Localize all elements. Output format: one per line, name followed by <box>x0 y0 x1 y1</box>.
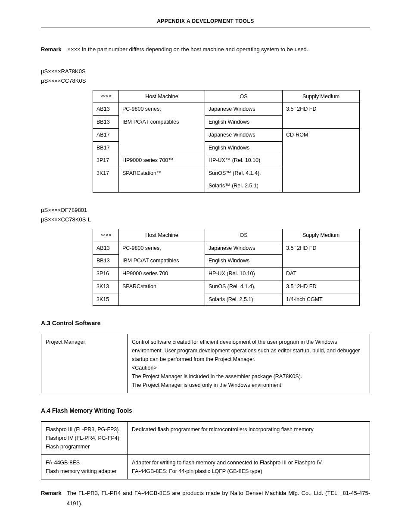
remark-text: The FL-PR3, FL-PR4 and FA-44GB-8ES are p… <box>67 488 370 508</box>
td <box>283 141 360 154</box>
td: English Windows <box>205 255 283 268</box>
code-line: µS××××RA78K0S <box>41 67 370 76</box>
td <box>283 116 360 129</box>
th: Host Machine <box>119 229 205 242</box>
th: Supply Medium <box>283 90 360 103</box>
td: HP-UX (Rel. 10.10) <box>205 268 283 280</box>
td: SPARCstation <box>119 280 205 293</box>
section-a4-heading: A.4 Flash Memory Writing Tools <box>41 406 370 415</box>
td: Japanese Windows <box>205 128 283 141</box>
td: 3P17 <box>93 154 119 167</box>
td <box>283 180 360 192</box>
flash-tools-table: Flashpro III (FL-PR3, PG-FP3)Flashpro IV… <box>41 421 370 479</box>
host-table-1: ×××× Host Machine OS Supply Medium AB13 … <box>93 90 360 193</box>
th: OS <box>205 229 283 242</box>
th: Supply Medium <box>283 229 360 242</box>
remark-1: Remark ×××× in the part number differs d… <box>41 45 370 54</box>
td: English Windows <box>205 116 283 129</box>
td: DAT <box>283 268 360 280</box>
td: 3K13 <box>93 280 119 293</box>
td: AB13 <box>93 103 119 116</box>
td: HP-UX™ (Rel. 10.10) <box>205 154 283 167</box>
td-name: Project Manager <box>41 334 128 393</box>
td <box>93 180 119 192</box>
td-name: Flashpro III (FL-PR3, PG-FP3)Flashpro IV… <box>41 422 128 455</box>
td: BB13 <box>93 255 119 268</box>
th: ×××× <box>93 229 119 242</box>
td: 3.5" 2HD FD <box>283 103 360 116</box>
remark-label: Remark <box>41 46 62 53</box>
td: HP9000 series 700™ <box>119 154 205 167</box>
control-software-table: Project Manager Control software created… <box>41 334 370 393</box>
th: ×××× <box>93 90 119 103</box>
code-line: µS××××CC78K0S <box>41 76 370 86</box>
td: BB13 <box>93 116 119 129</box>
td <box>119 293 205 306</box>
td <box>119 128 205 141</box>
td: CD-ROM <box>283 128 360 141</box>
code-line: µS××××CC78K0S-L <box>41 215 370 224</box>
section-a3-heading: A.3 Control Software <box>41 319 370 328</box>
td: IBM PC/AT compatibles <box>119 255 205 268</box>
td: AB17 <box>93 128 119 141</box>
remark-text: ×××× in the part number differs dependin… <box>67 46 308 53</box>
td: English Windows <box>205 141 283 154</box>
td <box>283 154 360 167</box>
td: 3.5" 2HD FD <box>283 280 360 293</box>
product-codes-a: µS××××RA78K0S µS××××CC78K0S <box>41 67 370 86</box>
td <box>283 255 360 268</box>
td: 1/4-inch CGMT <box>283 293 360 306</box>
remark-label: Remark <box>41 488 62 508</box>
td: IBM PC/AT compatibles <box>119 116 205 129</box>
td: BB17 <box>93 141 119 154</box>
td: SPARCstation™ <box>119 167 205 180</box>
td: 3.5" 2HD FD <box>283 242 360 255</box>
remark-2: Remark The FL-PR3, FL-PR4 and FA-44GB-8E… <box>41 488 370 508</box>
td: Solaris™ (Rel. 2.5.1) <box>205 180 283 192</box>
td: PC-9800 series, <box>119 103 205 116</box>
code-line: µS××××DF789801 <box>41 205 370 215</box>
product-codes-b: µS××××DF789801 µS××××CC78K0S-L <box>41 205 370 224</box>
td-name: FA-44GB-8ESFlash memory writing adapter <box>41 455 128 479</box>
td: SunOS (Rel. 4.1.4), <box>205 280 283 293</box>
td: Solaris (Rel. 2.5.1) <box>205 293 283 306</box>
td: Japanese Windows <box>205 242 283 255</box>
td-desc: Dedicated flash programmer for microcont… <box>128 422 370 455</box>
td <box>119 141 205 154</box>
host-table-2: ×××× Host Machine OS Supply Medium AB13 … <box>93 229 360 306</box>
td <box>283 167 360 180</box>
td <box>119 180 205 192</box>
td: PC-9800 series, <box>119 242 205 255</box>
td: Japanese Windows <box>205 103 283 116</box>
td: AB13 <box>93 242 119 255</box>
td: 3P16 <box>93 268 119 280</box>
td: SunOS™ (Rel. 4.1.4), <box>205 167 283 180</box>
td: 3K15 <box>93 293 119 306</box>
th: Host Machine <box>119 90 205 103</box>
td: HP9000 series 700 <box>119 268 205 280</box>
td-desc: Control software created for efficient d… <box>128 334 370 393</box>
th: OS <box>205 90 283 103</box>
page-header: APPENDIX A DEVELOPMENT TOOLS <box>41 17 370 28</box>
td-desc: Adapter for writing to flash memory and … <box>128 455 370 479</box>
td: 3K17 <box>93 167 119 180</box>
